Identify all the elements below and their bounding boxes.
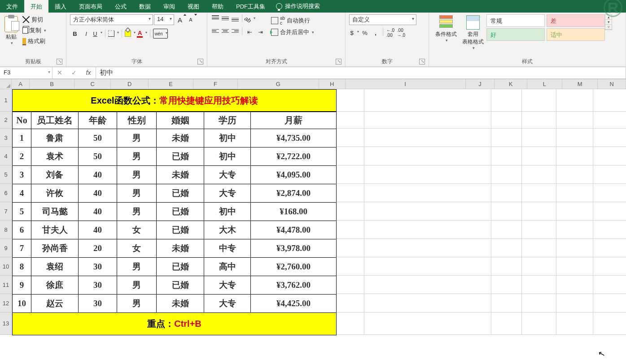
data-cell[interactable]: ¥2,760.00 — [251, 258, 337, 276]
cancel-formula-button[interactable]: ✕ — [53, 67, 67, 78]
data-cell[interactable]: ¥4,735.00 — [251, 129, 337, 147]
data-cell[interactable]: 中专 — [204, 239, 251, 258]
col-header-D[interactable]: D — [111, 79, 148, 89]
row-header-7[interactable]: 7 — [0, 202, 12, 221]
empty-cell[interactable] — [491, 112, 522, 129]
row-header-5[interactable]: 5 — [0, 165, 12, 184]
empty-cell[interactable] — [337, 257, 364, 276]
empty-cell[interactable] — [364, 294, 491, 312]
data-cell[interactable]: 已婚 — [157, 203, 204, 221]
insert-function-button[interactable]: fx — [81, 67, 96, 78]
data-cell[interactable]: 40 — [79, 166, 117, 184]
empty-cell[interactable] — [337, 184, 364, 202]
wrap-text-button[interactable]: abc自动换行 — [270, 14, 315, 27]
empty-cell[interactable] — [556, 294, 593, 312]
decrease-decimal-button[interactable]: .00→.0 — [396, 28, 406, 38]
data-cell[interactable]: 未婚 — [157, 295, 204, 313]
data-cell[interactable]: 2 — [13, 147, 31, 166]
data-cell[interactable]: 男 — [117, 258, 157, 276]
font-name-select[interactable]: 方正小标宋简体 — [70, 14, 153, 25]
data-cell[interactable]: 男 — [117, 184, 157, 203]
empty-cell[interactable] — [556, 221, 593, 239]
col-header-M[interactable]: M — [562, 79, 598, 89]
empty-cell[interactable] — [491, 202, 522, 221]
enter-formula-button[interactable]: ✓ — [67, 67, 81, 78]
col-header-B[interactable]: B — [30, 79, 74, 89]
empty-cell[interactable] — [337, 147, 364, 165]
data-cell[interactable]: 袁术 — [31, 147, 79, 166]
empty-cell[interactable] — [364, 129, 491, 147]
data-cell[interactable]: 鲁肃 — [31, 129, 79, 147]
tab-view[interactable]: 视图 — [181, 0, 206, 13]
empty-cell[interactable] — [556, 147, 593, 165]
empty-cell[interactable] — [364, 221, 491, 239]
empty-cell[interactable] — [522, 129, 556, 147]
empty-cell[interactable] — [491, 165, 522, 184]
align-launcher[interactable]: ⤡ — [336, 59, 341, 65]
empty-cell[interactable] — [593, 239, 626, 257]
row-header-13[interactable]: 13 — [0, 312, 12, 335]
col-header-I[interactable]: I — [346, 79, 466, 89]
empty-cell[interactable] — [364, 112, 491, 129]
align-middle-button[interactable] — [221, 14, 230, 22]
empty-cell[interactable] — [364, 147, 491, 165]
empty-cell[interactable] — [522, 276, 556, 294]
format-table-button[interactable]: 套用 表格格式▾ — [460, 14, 486, 51]
row-header-3[interactable]: 3 — [0, 129, 12, 147]
underline-button[interactable]: U — [92, 29, 102, 39]
empty-cell[interactable] — [556, 202, 593, 221]
percent-button[interactable] — [360, 28, 370, 38]
empty-cell[interactable] — [593, 221, 626, 239]
empty-cell[interactable] — [337, 129, 364, 147]
empty-cell[interactable] — [556, 165, 593, 184]
data-cell[interactable]: 女 — [117, 221, 157, 239]
data-cell[interactable]: ¥2,874.00 — [251, 184, 337, 203]
empty-cell[interactable] — [556, 239, 593, 257]
data-cell[interactable]: 孙尚香 — [31, 239, 79, 258]
grow-font-button[interactable]: A — [175, 15, 185, 25]
row-header-10[interactable]: 10 — [0, 257, 12, 276]
data-cell[interactable]: 大专 — [204, 276, 251, 295]
data-cell[interactable]: 已婚 — [157, 276, 204, 295]
data-cell[interactable]: 30 — [79, 258, 117, 276]
data-cell[interactable]: 大专 — [204, 295, 251, 313]
empty-cell[interactable] — [522, 257, 556, 276]
data-cell[interactable]: 未婚 — [157, 239, 204, 258]
empty-cell[interactable] — [364, 202, 491, 221]
empty-cell[interactable] — [593, 165, 626, 184]
empty-cell[interactable] — [337, 294, 364, 312]
empty-cell[interactable] — [491, 239, 522, 257]
col-header-K[interactable]: K — [495, 79, 527, 89]
style-normal[interactable]: 常规 — [486, 14, 545, 27]
data-cell[interactable]: 大木 — [204, 221, 251, 239]
row-header-2[interactable]: 2 — [0, 112, 12, 129]
formula-input[interactable]: 初中 — [96, 67, 626, 79]
empty-cell[interactable] — [593, 312, 626, 335]
decrease-indent-button[interactable]: ⇤ — [245, 27, 254, 37]
empty-cell[interactable] — [522, 239, 556, 257]
empty-cell[interactable] — [491, 147, 522, 165]
empty-cell[interactable] — [593, 257, 626, 276]
data-cell[interactable]: 20 — [79, 239, 117, 258]
empty-cell[interactable] — [364, 184, 491, 202]
col-header-C[interactable]: C — [74, 79, 111, 89]
tab-formula[interactable]: 公式 — [109, 0, 133, 13]
fill-color-button[interactable] — [125, 29, 136, 39]
data-cell[interactable]: 男 — [117, 147, 157, 166]
data-cell[interactable]: 男 — [117, 166, 157, 184]
data-cell[interactable]: 男 — [117, 203, 157, 221]
tab-insert[interactable]: 插入 — [48, 0, 73, 13]
data-cell[interactable]: 已婚 — [157, 147, 204, 166]
empty-cell[interactable] — [556, 129, 593, 147]
data-cell[interactable]: 已婚 — [157, 258, 204, 276]
data-cell[interactable]: 大专 — [204, 184, 251, 203]
empty-cell[interactable] — [364, 165, 491, 184]
data-cell[interactable]: ¥3,762.00 — [251, 276, 337, 295]
empty-cell[interactable] — [491, 257, 522, 276]
empty-cell[interactable] — [337, 276, 364, 294]
empty-cell[interactable] — [491, 276, 522, 294]
col-header-E[interactable]: E — [149, 79, 193, 89]
data-cell[interactable]: 高中 — [204, 258, 251, 276]
empty-cell[interactable] — [364, 239, 491, 257]
empty-cell[interactable] — [364, 312, 491, 335]
